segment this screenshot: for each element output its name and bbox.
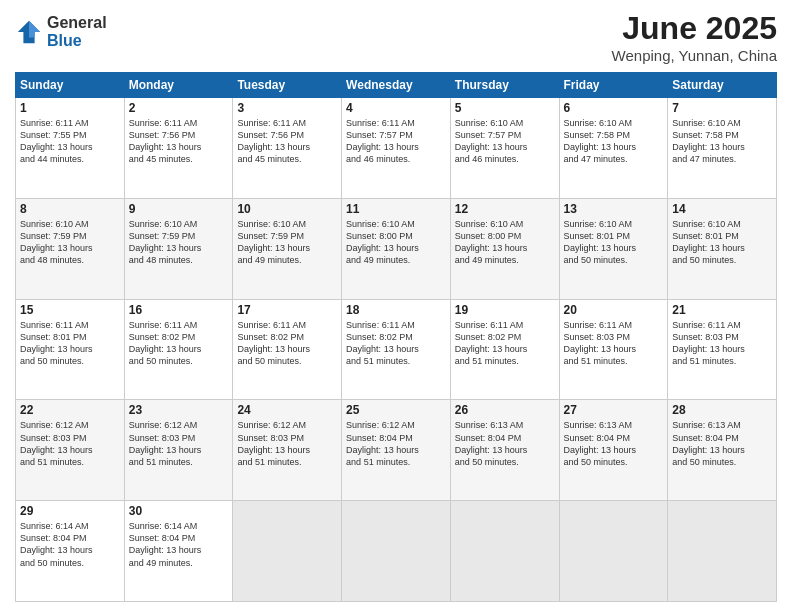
table-row: 11Sunrise: 6:10 AM Sunset: 8:00 PM Dayli…	[342, 198, 451, 299]
day-info: Sunrise: 6:13 AM Sunset: 8:04 PM Dayligh…	[564, 419, 664, 468]
day-number: 9	[129, 202, 229, 216]
col-friday: Friday	[559, 73, 668, 98]
table-row: 3Sunrise: 6:11 AM Sunset: 7:56 PM Daylig…	[233, 98, 342, 199]
day-info: Sunrise: 6:10 AM Sunset: 7:59 PM Dayligh…	[237, 218, 337, 267]
day-info: Sunrise: 6:12 AM Sunset: 8:03 PM Dayligh…	[237, 419, 337, 468]
table-row: 6Sunrise: 6:10 AM Sunset: 7:58 PM Daylig…	[559, 98, 668, 199]
day-number: 25	[346, 403, 446, 417]
day-number: 11	[346, 202, 446, 216]
title-block: June 2025 Wenping, Yunnan, China	[612, 10, 777, 64]
calendar-row: 29Sunrise: 6:14 AM Sunset: 8:04 PM Dayli…	[16, 501, 777, 602]
svg-marker-1	[29, 20, 40, 37]
table-row: 22Sunrise: 6:12 AM Sunset: 8:03 PM Dayli…	[16, 400, 125, 501]
header-row: Sunday Monday Tuesday Wednesday Thursday…	[16, 73, 777, 98]
day-info: Sunrise: 6:10 AM Sunset: 7:59 PM Dayligh…	[129, 218, 229, 267]
col-sunday: Sunday	[16, 73, 125, 98]
day-number: 20	[564, 303, 664, 317]
day-info: Sunrise: 6:13 AM Sunset: 8:04 PM Dayligh…	[672, 419, 772, 468]
table-row: 16Sunrise: 6:11 AM Sunset: 8:02 PM Dayli…	[124, 299, 233, 400]
day-info: Sunrise: 6:12 AM Sunset: 8:03 PM Dayligh…	[129, 419, 229, 468]
table-row: 7Sunrise: 6:10 AM Sunset: 7:58 PM Daylig…	[668, 98, 777, 199]
table-row: 23Sunrise: 6:12 AM Sunset: 8:03 PM Dayli…	[124, 400, 233, 501]
day-info: Sunrise: 6:11 AM Sunset: 7:57 PM Dayligh…	[346, 117, 446, 166]
day-info: Sunrise: 6:10 AM Sunset: 8:00 PM Dayligh…	[455, 218, 555, 267]
calendar-row: 22Sunrise: 6:12 AM Sunset: 8:03 PM Dayli…	[16, 400, 777, 501]
logo-general-text: General	[47, 14, 107, 32]
col-monday: Monday	[124, 73, 233, 98]
logo-blue-text: Blue	[47, 32, 107, 50]
day-info: Sunrise: 6:10 AM Sunset: 7:57 PM Dayligh…	[455, 117, 555, 166]
day-number: 22	[20, 403, 120, 417]
table-row: 9Sunrise: 6:10 AM Sunset: 7:59 PM Daylig…	[124, 198, 233, 299]
table-row	[668, 501, 777, 602]
calendar-row: 8Sunrise: 6:10 AM Sunset: 7:59 PM Daylig…	[16, 198, 777, 299]
day-info: Sunrise: 6:11 AM Sunset: 8:03 PM Dayligh…	[564, 319, 664, 368]
day-info: Sunrise: 6:10 AM Sunset: 7:59 PM Dayligh…	[20, 218, 120, 267]
table-row: 25Sunrise: 6:12 AM Sunset: 8:04 PM Dayli…	[342, 400, 451, 501]
table-row: 27Sunrise: 6:13 AM Sunset: 8:04 PM Dayli…	[559, 400, 668, 501]
day-number: 14	[672, 202, 772, 216]
day-info: Sunrise: 6:11 AM Sunset: 8:02 PM Dayligh…	[455, 319, 555, 368]
day-number: 13	[564, 202, 664, 216]
table-row: 28Sunrise: 6:13 AM Sunset: 8:04 PM Dayli…	[668, 400, 777, 501]
table-row: 26Sunrise: 6:13 AM Sunset: 8:04 PM Dayli…	[450, 400, 559, 501]
table-row	[233, 501, 342, 602]
calendar-row: 15Sunrise: 6:11 AM Sunset: 8:01 PM Dayli…	[16, 299, 777, 400]
day-number: 8	[20, 202, 120, 216]
day-number: 26	[455, 403, 555, 417]
day-info: Sunrise: 6:10 AM Sunset: 8:00 PM Dayligh…	[346, 218, 446, 267]
table-row: 1Sunrise: 6:11 AM Sunset: 7:55 PM Daylig…	[16, 98, 125, 199]
table-row: 15Sunrise: 6:11 AM Sunset: 8:01 PM Dayli…	[16, 299, 125, 400]
day-number: 24	[237, 403, 337, 417]
day-number: 2	[129, 101, 229, 115]
table-row	[450, 501, 559, 602]
day-info: Sunrise: 6:11 AM Sunset: 7:56 PM Dayligh…	[237, 117, 337, 166]
day-number: 28	[672, 403, 772, 417]
calendar-row: 1Sunrise: 6:11 AM Sunset: 7:55 PM Daylig…	[16, 98, 777, 199]
table-row: 10Sunrise: 6:10 AM Sunset: 7:59 PM Dayli…	[233, 198, 342, 299]
table-row: 4Sunrise: 6:11 AM Sunset: 7:57 PM Daylig…	[342, 98, 451, 199]
calendar-table: Sunday Monday Tuesday Wednesday Thursday…	[15, 72, 777, 602]
calendar-location: Wenping, Yunnan, China	[612, 47, 777, 64]
table-row: 29Sunrise: 6:14 AM Sunset: 8:04 PM Dayli…	[16, 501, 125, 602]
day-info: Sunrise: 6:14 AM Sunset: 8:04 PM Dayligh…	[129, 520, 229, 569]
col-thursday: Thursday	[450, 73, 559, 98]
day-number: 7	[672, 101, 772, 115]
col-saturday: Saturday	[668, 73, 777, 98]
day-info: Sunrise: 6:11 AM Sunset: 8:03 PM Dayligh…	[672, 319, 772, 368]
day-info: Sunrise: 6:11 AM Sunset: 8:02 PM Dayligh…	[346, 319, 446, 368]
day-number: 12	[455, 202, 555, 216]
day-info: Sunrise: 6:11 AM Sunset: 8:02 PM Dayligh…	[237, 319, 337, 368]
table-row: 21Sunrise: 6:11 AM Sunset: 8:03 PM Dayli…	[668, 299, 777, 400]
day-number: 1	[20, 101, 120, 115]
table-row: 12Sunrise: 6:10 AM Sunset: 8:00 PM Dayli…	[450, 198, 559, 299]
table-row: 30Sunrise: 6:14 AM Sunset: 8:04 PM Dayli…	[124, 501, 233, 602]
day-info: Sunrise: 6:13 AM Sunset: 8:04 PM Dayligh…	[455, 419, 555, 468]
table-row: 14Sunrise: 6:10 AM Sunset: 8:01 PM Dayli…	[668, 198, 777, 299]
table-row: 18Sunrise: 6:11 AM Sunset: 8:02 PM Dayli…	[342, 299, 451, 400]
table-row: 19Sunrise: 6:11 AM Sunset: 8:02 PM Dayli…	[450, 299, 559, 400]
day-number: 23	[129, 403, 229, 417]
table-row: 13Sunrise: 6:10 AM Sunset: 8:01 PM Dayli…	[559, 198, 668, 299]
day-info: Sunrise: 6:10 AM Sunset: 8:01 PM Dayligh…	[564, 218, 664, 267]
table-row: 8Sunrise: 6:10 AM Sunset: 7:59 PM Daylig…	[16, 198, 125, 299]
calendar-title: June 2025	[612, 10, 777, 47]
day-number: 6	[564, 101, 664, 115]
logo: General Blue	[15, 14, 107, 49]
day-number: 18	[346, 303, 446, 317]
day-number: 29	[20, 504, 120, 518]
day-info: Sunrise: 6:11 AM Sunset: 8:02 PM Dayligh…	[129, 319, 229, 368]
logo-icon	[15, 18, 43, 46]
table-row	[559, 501, 668, 602]
table-row	[342, 501, 451, 602]
day-number: 4	[346, 101, 446, 115]
day-info: Sunrise: 6:11 AM Sunset: 7:55 PM Dayligh…	[20, 117, 120, 166]
day-number: 3	[237, 101, 337, 115]
day-number: 21	[672, 303, 772, 317]
table-row: 5Sunrise: 6:10 AM Sunset: 7:57 PM Daylig…	[450, 98, 559, 199]
day-info: Sunrise: 6:10 AM Sunset: 8:01 PM Dayligh…	[672, 218, 772, 267]
col-tuesday: Tuesday	[233, 73, 342, 98]
day-info: Sunrise: 6:11 AM Sunset: 7:56 PM Dayligh…	[129, 117, 229, 166]
day-number: 30	[129, 504, 229, 518]
day-info: Sunrise: 6:12 AM Sunset: 8:04 PM Dayligh…	[346, 419, 446, 468]
